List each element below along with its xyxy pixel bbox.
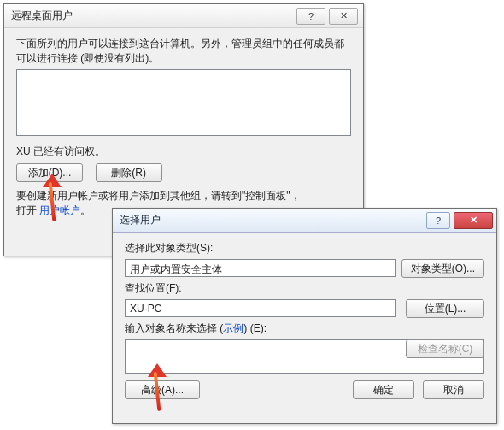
- close-button[interactable]: ✕: [329, 8, 358, 25]
- object-type-value: 用户或内置安全主体: [130, 263, 222, 275]
- remove-button[interactable]: 删除(R): [96, 163, 162, 182]
- examples-link[interactable]: 示例: [223, 322, 243, 334]
- dlg1-title: 远程桌面用户: [11, 9, 296, 23]
- user-listbox[interactable]: [16, 69, 351, 136]
- object-type-label: 选择此对象类型(S):: [125, 241, 484, 256]
- help-button[interactable]: ?: [296, 8, 325, 25]
- dlg2-body: 选择此对象类型(S): 对象类型(O)... 用户或内置安全主体 查找位置(F)…: [113, 233, 496, 404]
- user-accounts-link[interactable]: 用户帐户: [39, 204, 80, 216]
- location-value: XU-PC: [130, 303, 161, 315]
- dlg2-title: 选择用户: [120, 213, 426, 227]
- footer-text-a: 要创建新用户帐户或将用户添加到其他组，请转到"控制面板"，: [16, 190, 301, 202]
- footer-suffix: 。: [80, 204, 91, 216]
- advanced-button[interactable]: 高级(A)...: [125, 380, 200, 399]
- object-type-field: 用户或内置安全主体: [125, 259, 396, 277]
- check-names-button[interactable]: 检查名称(C): [406, 339, 484, 358]
- close-button[interactable]: ✕: [454, 212, 493, 229]
- dlg1-intro: 下面所列的用户可以连接到这台计算机。另外，管理员组中的任何成员都可以进行连接 (…: [16, 37, 351, 66]
- help-button[interactable]: ?: [426, 212, 450, 229]
- name-label-pre: 输入对象名称来选择 (: [125, 322, 223, 334]
- locations-button[interactable]: 位置(L)...: [406, 299, 484, 318]
- object-name-label: 输入对象名称来选择 (示例) (E):: [125, 321, 484, 336]
- name-label-post: ) (E):: [243, 322, 267, 334]
- ok-button[interactable]: 确定: [353, 380, 414, 399]
- cancel-button[interactable]: 取消: [423, 380, 484, 399]
- add-button[interactable]: 添加(D)...: [16, 163, 83, 182]
- select-users-dialog: 选择用户 ? ✕ 选择此对象类型(S): 对象类型(O)... 用户或内置安全主…: [112, 208, 497, 424]
- access-line: XU 已经有访问权。: [16, 144, 351, 159]
- dlg1-body: 下面所列的用户可以连接到这台计算机。另外，管理员组中的任何成员都可以进行连接 (…: [4, 28, 363, 225]
- location-field: XU-PC: [125, 299, 396, 317]
- object-types-button[interactable]: 对象类型(O)...: [401, 259, 484, 278]
- dlg1-titlebar: 远程桌面用户 ? ✕: [4, 4, 363, 28]
- dlg2-titlebar: 选择用户 ? ✕: [113, 209, 496, 233]
- location-label: 查找位置(F):: [125, 281, 484, 296]
- footer-prefix: 打开: [16, 204, 39, 216]
